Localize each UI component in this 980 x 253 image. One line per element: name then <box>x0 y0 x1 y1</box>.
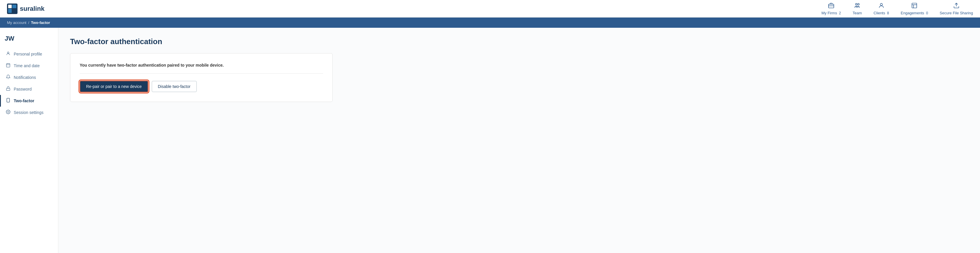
bell-icon <box>6 75 11 80</box>
logo[interactable]: suralink <box>7 3 45 14</box>
nav-item-team[interactable]: Team <box>853 2 862 15</box>
svg-rect-4 <box>829 4 834 8</box>
sidebar-item-personal-profile[interactable]: Personal profile <box>0 48 58 60</box>
person-icon <box>6 51 11 57</box>
clients-icon <box>878 2 885 10</box>
sidebar-label-session-settings: Session settings <box>14 110 43 115</box>
svg-point-7 <box>858 3 859 5</box>
svg-rect-3 <box>12 5 16 8</box>
clients-badge: 8 <box>887 11 889 15</box>
svg-rect-2 <box>8 9 12 13</box>
secure-file-sharing-icon <box>953 2 959 10</box>
card-message: You currently have two-factor authentica… <box>80 63 323 74</box>
briefcase-icon <box>828 2 834 10</box>
nav-secure-file-sharing-label: Secure File Sharing <box>940 11 973 15</box>
breadcrumb-parent[interactable]: My account <box>7 21 26 25</box>
sidebar-item-time-and-date[interactable]: Time and date <box>0 60 58 72</box>
content-area: Two-factor authentication You currently … <box>58 28 980 253</box>
nav-team-label: Team <box>853 11 862 15</box>
nav-engagements-label: Engagements 0 <box>900 11 928 15</box>
sidebar-item-password[interactable]: Password <box>0 83 58 95</box>
page-title: Two-factor authentication <box>70 37 968 46</box>
svg-rect-12 <box>6 64 10 67</box>
svg-rect-9 <box>912 3 917 8</box>
sidebar: JW Personal profile Time and da <box>0 28 58 253</box>
sidebar-item-two-factor[interactable]: Two-factor <box>0 95 58 107</box>
nav-item-clients[interactable]: Clients 8 <box>873 2 889 15</box>
repairpair-button[interactable]: Re-pair or pair to a new device <box>80 81 148 92</box>
nav-item-engagements[interactable]: Engagements 0 <box>900 2 928 15</box>
svg-point-11 <box>7 52 9 53</box>
disable-two-factor-button[interactable]: Disable two-factor <box>152 81 197 92</box>
svg-rect-16 <box>6 88 10 90</box>
breadcrumb-separator: / <box>28 21 29 25</box>
nav-item-secure-file-sharing[interactable]: Secure File Sharing <box>940 2 973 15</box>
user-avatar-initials: JW <box>0 35 58 48</box>
svg-point-19 <box>8 111 9 112</box>
breadcrumb-bar: My account / Two-factor <box>0 18 980 28</box>
sidebar-label-password: Password <box>14 87 32 91</box>
nav-items: My Firms 2 Team <box>821 2 973 15</box>
sidebar-label-personal-profile: Personal profile <box>14 52 42 56</box>
engagements-badge: 0 <box>926 11 928 15</box>
phone-icon <box>6 98 11 104</box>
brand-name: suralink <box>20 5 45 13</box>
my-firms-badge: 2 <box>839 11 841 15</box>
sidebar-item-session-settings[interactable]: Session settings <box>0 107 58 118</box>
svg-point-8 <box>880 3 882 5</box>
team-icon <box>854 2 860 10</box>
two-factor-card: You currently have two-factor authentica… <box>70 53 333 102</box>
nav-my-firms-label: My Firms 2 <box>821 11 841 15</box>
lock-icon <box>6 86 11 92</box>
engagements-icon <box>911 2 918 10</box>
sidebar-label-two-factor: Two-factor <box>14 98 35 103</box>
breadcrumb-current: Two-factor <box>31 21 50 25</box>
nav-clients-label: Clients 8 <box>873 11 889 15</box>
suralink-logo-icon <box>7 3 18 14</box>
svg-rect-17 <box>7 98 10 102</box>
sidebar-label-time-and-date: Time and date <box>14 63 40 68</box>
main-layout: JW Personal profile Time and da <box>0 28 980 253</box>
sidebar-item-notifications[interactable]: Notifications <box>0 72 58 83</box>
calendar-icon <box>6 63 11 69</box>
sidebar-label-notifications: Notifications <box>14 75 36 80</box>
card-actions: Re-pair or pair to a new device Disable … <box>80 81 323 92</box>
svg-point-6 <box>856 3 858 5</box>
settings-icon <box>6 110 11 115</box>
svg-rect-1 <box>8 5 12 8</box>
top-nav: suralink My Firms 2 <box>0 0 980 18</box>
nav-item-my-firms[interactable]: My Firms 2 <box>821 2 841 15</box>
